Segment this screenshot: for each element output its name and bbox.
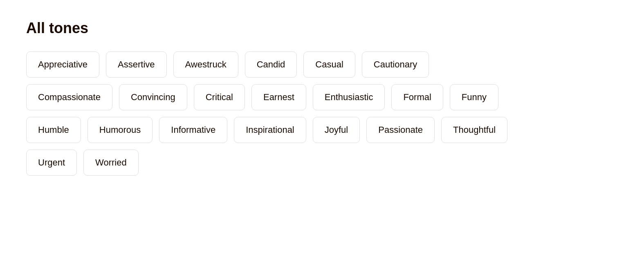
tone-chip-enthusiastic[interactable]: Enthusiastic bbox=[313, 84, 385, 110]
tone-chip-convincing[interactable]: Convincing bbox=[119, 84, 187, 110]
tone-chip-funny[interactable]: Funny bbox=[450, 84, 498, 110]
tone-row-row-1: AppreciativeAssertiveAwestruckCandidCasu… bbox=[26, 51, 618, 78]
tone-chip-humorous[interactable]: Humorous bbox=[88, 117, 153, 143]
tone-chip-thoughtful[interactable]: Thoughtful bbox=[441, 117, 507, 143]
tones-grid: AppreciativeAssertiveAwestruckCandidCasu… bbox=[26, 51, 618, 176]
tone-chip-cautionary[interactable]: Cautionary bbox=[362, 51, 429, 78]
tone-chip-worried[interactable]: Worried bbox=[83, 150, 139, 176]
tone-row-row-3: HumbleHumorousInformativeInspirationalJo… bbox=[26, 117, 618, 143]
tone-row-row-2: CompassionateConvincingCriticalEarnestEn… bbox=[26, 84, 618, 110]
tone-chip-assertive[interactable]: Assertive bbox=[106, 51, 166, 78]
tone-chip-formal[interactable]: Formal bbox=[391, 84, 443, 110]
tone-chip-inspirational[interactable]: Inspirational bbox=[234, 117, 306, 143]
page-title: All tones bbox=[26, 20, 618, 37]
tone-chip-casual[interactable]: Casual bbox=[303, 51, 355, 78]
tone-chip-informative[interactable]: Informative bbox=[159, 117, 227, 143]
tone-chip-candid[interactable]: Candid bbox=[245, 51, 297, 78]
tone-chip-passionate[interactable]: Passionate bbox=[366, 117, 435, 143]
tone-chip-joyful[interactable]: Joyful bbox=[313, 117, 360, 143]
tone-chip-compassionate[interactable]: Compassionate bbox=[26, 84, 112, 110]
tone-row-row-4: UrgentWorried bbox=[26, 150, 618, 176]
tone-chip-urgent[interactable]: Urgent bbox=[26, 150, 77, 176]
tone-chip-appreciative[interactable]: Appreciative bbox=[26, 51, 99, 78]
tone-chip-earnest[interactable]: Earnest bbox=[251, 84, 306, 110]
tone-chip-humble[interactable]: Humble bbox=[26, 117, 81, 143]
tone-chip-awestruck[interactable]: Awestruck bbox=[173, 51, 238, 78]
tone-chip-critical[interactable]: Critical bbox=[194, 84, 245, 110]
